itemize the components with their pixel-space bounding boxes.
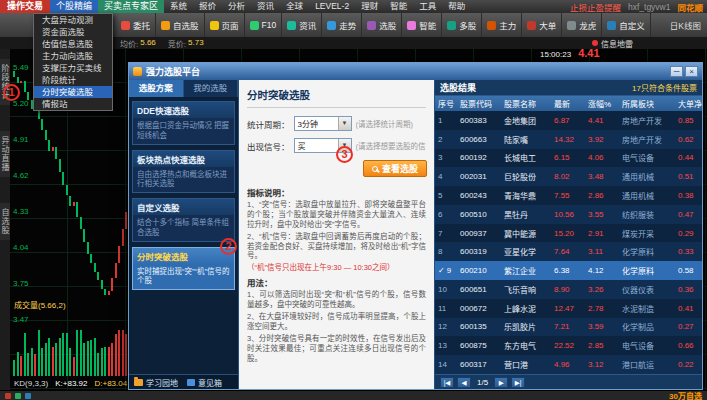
candlestick: [122, 229, 124, 246]
toolbar-label: 智能: [419, 19, 436, 31]
menu-item[interactable]: 分析: [222, 0, 251, 13]
toolbar-button[interactable]: 页面: [205, 13, 245, 37]
candlestick: [118, 246, 120, 263]
menu-item[interactable]: 报价: [193, 0, 222, 13]
page-indicator: 1/5: [474, 378, 491, 387]
result-row[interactable]: 8600319亚星化学7.643.11化学原料0.33: [435, 242, 702, 261]
result-row[interactable]: 2600663陆家嘴14.323.92房地产开发0.62: [435, 130, 702, 149]
feedback-link[interactable]: 意见箱: [187, 377, 222, 388]
toolbar-button[interactable]: 自选股: [156, 13, 205, 37]
instructions-title: 指标说明：: [247, 186, 426, 198]
run-row: 查看选股: [247, 160, 426, 177]
sidebar-tab[interactable]: 异动直播: [0, 131, 10, 177]
toolbar-button[interactable]: 智能: [402, 13, 442, 37]
volume-bar: [125, 334, 127, 376]
dialog-tabs: 选股方案我的选股: [129, 80, 238, 97]
study-link[interactable]: 学习园地: [134, 377, 178, 388]
candlestick: [17, 77, 19, 83]
menu-item[interactable]: 买卖点专家区: [98, 0, 164, 13]
toolbar-icon: [407, 21, 416, 30]
menu-item[interactable]: 理财: [355, 0, 384, 13]
toolbar-button[interactable]: 多股: [442, 13, 482, 37]
candlestick: [20, 81, 22, 83]
trade-menu-button[interactable]: 操作交易: [0, 0, 50, 13]
scheme-card[interactable]: 板块热点快速选股自由选择热点和概念板块进行相关选股: [132, 150, 235, 194]
result-row[interactable]: 10600651飞乐音响8.903.26仪器仪表0.36: [435, 280, 702, 299]
scheme-card[interactable]: 分时突破选股实时捕捉出现“突”“机”信号的个股: [132, 247, 235, 291]
toolbar-button[interactable]: 选股: [362, 13, 402, 37]
result-row[interactable]: 3600192长城电工6.154.06电气设备0.44: [435, 149, 702, 168]
result-row[interactable]: 11000672上峰水泥12.472.78水泥制造0.41: [435, 299, 702, 318]
result-row[interactable]: 7000937冀中能源15.202.91煤炭开采0.29: [435, 224, 702, 243]
volume-bar: [45, 343, 47, 376]
menu-item[interactable]: 系统: [164, 0, 193, 13]
dropdown-item[interactable]: 主力动向选股: [34, 50, 112, 62]
close-button[interactable]: ×: [685, 66, 698, 77]
sidebar-tab[interactable]: 自选股: [0, 203, 10, 240]
result-row[interactable]: 4002031巨轮股份8.023.48通用机械0.51: [435, 167, 702, 186]
instr-lines: 1、“突”信号：选取盘中放量拉升、即将突破盘整平台的个股；当个股放量突破并伴随资…: [247, 200, 426, 273]
dialog-tab[interactable]: 我的选股: [184, 80, 239, 97]
result-row[interactable]: 6600510黑牡丹10.563.55纺织服装0.47: [435, 205, 702, 224]
minimize-button[interactable]: ─: [670, 66, 683, 77]
stop-loss-alert[interactable]: 止损止盈提醒: [570, 1, 621, 13]
toolbar-button[interactable]: 龙虎: [562, 13, 602, 37]
column-header: 股票代码: [457, 98, 501, 109]
menu-item[interactable]: 智能: [384, 0, 413, 13]
toolbar-button[interactable]: 资讯: [282, 13, 322, 37]
usage-lines: 1、可以筛选同时出现“突”和“机”信号的个股，信号数量越多，盘中突破的可靠性越高…: [247, 290, 426, 363]
result-row[interactable]: 12600135乐凯胶片7.213.59化学制品0.27: [435, 318, 702, 337]
menu-item[interactable]: 资讯: [251, 0, 280, 13]
dropdown-item[interactable]: 阶段统计: [34, 74, 112, 86]
chevron-down-icon[interactable]: ▼: [338, 117, 351, 130]
run-select-button[interactable]: 查看选股: [363, 160, 427, 177]
result-row[interactable]: 1600383金地集团6.874.41房地产开发0.85: [435, 111, 702, 130]
menu-item[interactable]: LEVEL-2: [309, 0, 355, 13]
toolbar-button[interactable]: 走势: [322, 13, 362, 37]
panel-title: 分时突破选股: [247, 87, 426, 108]
result-row[interactable]: 13600875东方电气22.522.85电气设备0.66: [435, 336, 702, 355]
column-header: 股票名称: [501, 98, 551, 109]
results-title: 选股结果: [440, 81, 476, 94]
menu-item[interactable]: 工具: [413, 0, 442, 13]
next-page-button[interactable]: ▶: [494, 377, 508, 388]
dropdown-item[interactable]: 资金面选股: [34, 26, 112, 38]
scheme-desc: 自由选择热点和概念板块进行相关选股: [133, 167, 234, 193]
toolbar-button[interactable]: 委托: [116, 13, 156, 37]
dropdown-item[interactable]: 情报站: [34, 98, 112, 110]
signal-value: 买: [295, 140, 338, 151]
toolbar-button[interactable]: F10: [245, 13, 283, 37]
dropdown-item[interactable]: 支撑压力买卖线: [34, 62, 112, 74]
dropdown-item[interactable]: 大盘异动观测: [34, 14, 112, 26]
chart-view-label: 日K线图: [670, 19, 707, 31]
menu-item[interactable]: 个股精编: [50, 0, 98, 13]
scheme-desc: 实时捕捉出现“突”“机”信号的个股: [133, 264, 234, 290]
scheme-card[interactable]: DDE快速选股根据盘口资金异动情况 把握短线机会: [132, 101, 235, 145]
watchlist-promo-button[interactable]: 30万自选: [669, 390, 702, 400]
prev-page-button[interactable]: ◀: [457, 377, 471, 388]
dialog-titlebar[interactable]: 强力选股平台 ─ ×: [129, 63, 702, 80]
instruction-line: 2、“机”信号：选取盘中回调蓄势后再度启动的个股；若资金配合良好、买盘持续增加，…: [247, 232, 426, 262]
result-row[interactable]: 14600317营口港4.963.12港口航运0.22: [435, 355, 702, 374]
volume-bar: [97, 353, 99, 376]
menu-item[interactable]: 帮助: [442, 0, 471, 13]
period-select[interactable]: 3分钟 ▼: [294, 116, 352, 131]
result-row[interactable]: 5600243青海华鼎7.552.86通用机械0.38: [435, 186, 702, 205]
usage-line: 1、可以筛选同时出现“突”和“机”信号的个股，信号数量越多，盘中突破的可靠性越高…: [247, 290, 426, 310]
dialog-tab[interactable]: 选股方案: [129, 80, 184, 97]
period-value: 3分钟: [295, 118, 338, 129]
scheme-card[interactable]: 自定义选股结合十多个指标 简单条件组合选股: [132, 198, 235, 242]
result-row[interactable]: 9600210紫江企业6.384.12化学原料0.58: [435, 261, 702, 280]
dropdown-item[interactable]: 估值信息选股: [34, 38, 112, 50]
first-page-button[interactable]: |◀: [440, 377, 454, 388]
menu-item[interactable]: 全球: [280, 0, 309, 13]
toolbar-label: 多股: [459, 19, 476, 31]
last-page-button[interactable]: ▶|: [511, 377, 525, 388]
axis-label: 4.91: [13, 135, 29, 144]
dropdown-item[interactable]: 分时突破选股: [34, 86, 112, 98]
toolbar-button[interactable]: 主力: [482, 13, 522, 37]
toolbar-button[interactable]: 自定义: [602, 13, 651, 37]
info-mine[interactable]: 信息地雷: [592, 38, 707, 49]
toolbar-button[interactable]: 大单: [522, 13, 562, 37]
candlestick: [55, 147, 57, 160]
